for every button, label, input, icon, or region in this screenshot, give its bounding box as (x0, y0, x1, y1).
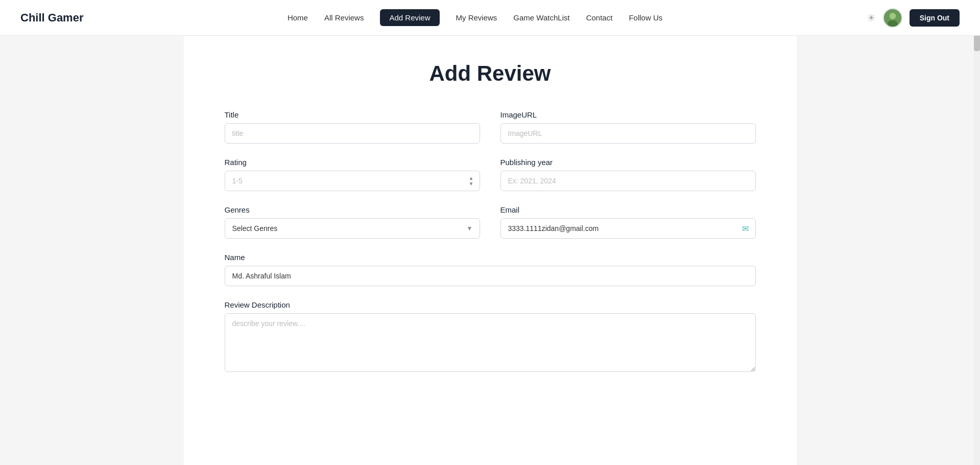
review-description-textarea[interactable] (225, 313, 756, 372)
rating-down-arrow[interactable]: ▼ (469, 181, 474, 187)
row-rating-year: Rating ▲ ▼ Publishing year (225, 158, 756, 191)
nav-item-my-reviews[interactable]: My Reviews (456, 13, 497, 22)
group-publishing-year: Publishing year (500, 158, 756, 191)
svg-point-2 (888, 20, 898, 27)
label-name: Name (225, 253, 756, 262)
row-title-image: Title ImageURL (225, 110, 756, 144)
email-icon: ✉ (742, 224, 749, 234)
group-email: Email ✉ (500, 205, 756, 239)
theme-toggle-icon[interactable]: ☀ (867, 12, 876, 24)
sign-out-button[interactable]: Sign Out (910, 9, 960, 27)
nav-item-all-reviews[interactable]: All Reviews (324, 13, 364, 22)
bg-right-panel (933, 36, 974, 465)
genres-select-wrapper: Select Genres Action Adventure RPG Strat… (225, 218, 480, 239)
label-review-description: Review Description (225, 300, 756, 309)
label-title: Title (225, 110, 480, 119)
nav-link-game-watchlist[interactable]: Game WatchList (513, 13, 569, 22)
genres-select[interactable]: Select Genres Action Adventure RPG Strat… (225, 218, 480, 239)
nav-item-follow-us[interactable]: Follow Us (629, 13, 662, 22)
rating-input[interactable] (225, 171, 480, 191)
group-image-url: ImageURL (500, 110, 756, 144)
row-name: Name (225, 253, 756, 286)
publishing-year-input[interactable] (500, 171, 756, 191)
navbar-links: Home All Reviews Add Review My Reviews G… (288, 13, 662, 22)
avatar[interactable] (883, 8, 902, 28)
navbar: Chill Gamer Home All Reviews Add Review … (0, 0, 980, 36)
nav-link-home[interactable]: Home (288, 13, 308, 22)
rating-wrapper: ▲ ▼ (225, 171, 480, 191)
image-url-input[interactable] (500, 123, 756, 144)
nav-link-follow-us[interactable]: Follow Us (629, 13, 662, 22)
label-publishing-year: Publishing year (500, 158, 756, 167)
row-review-description: Review Description (225, 300, 756, 372)
email-input[interactable] (500, 218, 756, 239)
group-rating: Rating ▲ ▼ (225, 158, 480, 191)
row-genres-email: Genres Select Genres Action Adventure RP… (225, 205, 756, 239)
rating-up-arrow[interactable]: ▲ (469, 176, 474, 181)
label-email: Email (500, 205, 756, 214)
nav-link-add-review[interactable]: Add Review (380, 9, 439, 26)
nav-item-home[interactable]: Home (288, 13, 308, 22)
svg-point-1 (889, 13, 896, 19)
group-genres: Genres Select Genres Action Adventure RP… (225, 205, 480, 239)
rating-arrows: ▲ ▼ (469, 176, 474, 187)
nav-link-contact[interactable]: Contact (586, 13, 613, 22)
email-wrapper: ✉ (500, 218, 756, 239)
main-content: Add Review Title ImageURL Rating ▲ ▼ Pub… (184, 36, 797, 465)
nav-item-contact[interactable]: Contact (586, 13, 613, 22)
group-name: Name (225, 253, 756, 286)
group-title: Title (225, 110, 480, 144)
brand-logo[interactable]: Chill Gamer (20, 11, 83, 25)
label-image-url: ImageURL (500, 110, 756, 119)
group-review-description: Review Description (225, 300, 756, 372)
bg-left-panel (0, 36, 74, 465)
nav-link-all-reviews[interactable]: All Reviews (324, 13, 364, 22)
name-input[interactable] (225, 266, 756, 286)
navbar-right: ☀ Sign Out (867, 8, 960, 28)
page-title: Add Review (225, 61, 756, 86)
page-scrollbar[interactable] (974, 0, 980, 465)
nav-item-game-watchlist[interactable]: Game WatchList (513, 13, 569, 22)
nav-link-my-reviews[interactable]: My Reviews (456, 13, 497, 22)
label-genres: Genres (225, 205, 480, 214)
label-rating: Rating (225, 158, 480, 167)
title-input[interactable] (225, 123, 480, 144)
nav-item-add-review[interactable]: Add Review (380, 13, 439, 22)
